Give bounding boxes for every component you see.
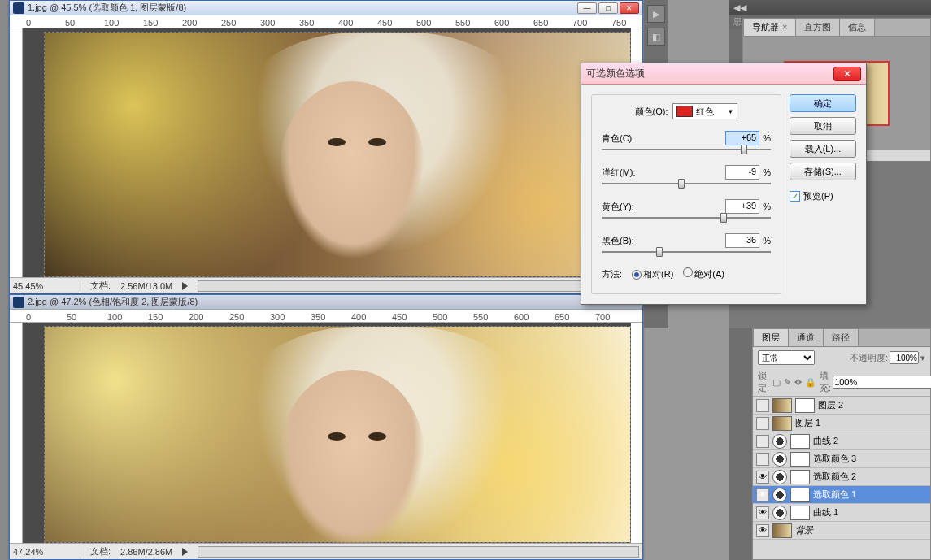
slider-knob[interactable] xyxy=(741,145,747,154)
doc1-titlebar[interactable]: 1.jpg @ 45.5% (选取颜色 1, 图层蒙版/8) — □ ✕ xyxy=(10,1,642,15)
lock-all-icon[interactable]: 🔒 xyxy=(805,377,816,388)
layer-mask-thumbnail xyxy=(790,434,810,449)
blend-mode-select[interactable]: 正常 xyxy=(758,350,815,365)
cancel-button[interactable]: 取消 xyxy=(790,117,856,135)
zoom-field[interactable]: 45.45% xyxy=(13,281,70,291)
tab-channels[interactable]: 通道 xyxy=(788,328,824,346)
visibility-toggle[interactable]: 👁 xyxy=(756,471,769,484)
visibility-toggle[interactable] xyxy=(756,417,769,430)
visibility-toggle[interactable]: 👁 xyxy=(756,488,769,501)
tab-info[interactable]: 信息 xyxy=(839,18,875,36)
visibility-toggle[interactable] xyxy=(756,435,769,448)
slider-value-input[interactable]: +39 xyxy=(725,199,759,214)
lock-transparent-icon[interactable]: ▢ xyxy=(772,377,781,388)
layer-row[interactable]: 👁 曲线 1 xyxy=(753,504,930,522)
layer-row[interactable]: 图层 2 xyxy=(753,397,930,415)
visibility-toggle[interactable]: 👁 xyxy=(756,506,769,519)
panel-icon[interactable]: ▶ xyxy=(647,5,665,23)
percent-label: % xyxy=(763,236,771,245)
tab-layers[interactable]: 图层 xyxy=(753,328,789,346)
panel-icon[interactable]: ◧ xyxy=(647,28,665,46)
visibility-toggle[interactable] xyxy=(756,399,769,412)
photo-eye xyxy=(368,432,386,441)
doc2-titlebar[interactable]: 2.jpg @ 47.2% (色相/饱和度 2, 图层蒙版/8) xyxy=(10,295,642,310)
lock-position-icon[interactable]: ✥ xyxy=(794,377,802,388)
slider-knob[interactable] xyxy=(678,179,685,189)
minimize-button[interactable]: — xyxy=(577,2,597,14)
layer-row[interactable]: 选取颜色 3 xyxy=(753,450,930,468)
layer-mask-thumbnail xyxy=(790,488,810,502)
doc1-statusbar: 45.45% 文档: 2.56M/13.0M xyxy=(10,277,642,293)
layer-list[interactable]: 图层 2 图层 1 曲线 2 选取颜色 3 👁 选取颜色 2 👁 选取颜色 1 … xyxy=(753,397,930,540)
play-icon[interactable] xyxy=(182,548,188,556)
slider-value-input[interactable]: -36 xyxy=(725,233,759,248)
layer-row[interactable]: 👁 背景 xyxy=(753,522,930,540)
layer-row[interactable]: 👁 选取颜色 2 xyxy=(753,468,930,486)
slider-track[interactable] xyxy=(602,149,771,150)
slider-row: 黑色(B): -36 % xyxy=(602,233,771,253)
adjustment-layer-icon xyxy=(772,488,787,502)
expand-arrows-icon[interactable]: ◀◀ xyxy=(733,2,746,13)
save-button[interactable]: 存储(S)... xyxy=(790,163,856,180)
visibility-toggle[interactable]: 👁 xyxy=(756,524,769,537)
maximize-button[interactable]: □ xyxy=(598,2,618,14)
percent-label: % xyxy=(763,133,771,143)
horizontal-scrollbar[interactable] xyxy=(198,546,639,558)
checkbox-icon: ✓ xyxy=(790,191,800,202)
slider-track[interactable] xyxy=(602,183,771,184)
percent-label: % xyxy=(763,202,771,211)
layer-name: 选取颜色 2 xyxy=(813,471,927,483)
photo-eye xyxy=(328,138,346,146)
dialog-titlebar[interactable]: 可选颜色选项 ✕ xyxy=(581,63,866,85)
color-dropdown[interactable]: 红色 ▼ xyxy=(672,103,737,119)
close-button[interactable]: ✕ xyxy=(620,2,639,14)
slider-value-input[interactable]: -9 xyxy=(725,165,759,180)
slider-value-input[interactable]: +65 xyxy=(725,131,759,145)
zoom-field[interactable]: 47.24% xyxy=(13,547,70,557)
tab-navigator[interactable]: 导航器× xyxy=(743,18,796,36)
slider-knob[interactable] xyxy=(720,213,727,223)
horizontal-ruler: 0501001502002503003504004505005506006507… xyxy=(10,310,642,323)
fill-input[interactable] xyxy=(833,376,931,389)
slider-knob[interactable] xyxy=(656,247,663,257)
load-button[interactable]: 载入(L)... xyxy=(790,140,856,158)
slider-track[interactable] xyxy=(602,217,771,219)
horizontal-scrollbar[interactable] xyxy=(198,280,639,292)
layer-name: 选取颜色 3 xyxy=(813,453,927,465)
layer-row[interactable]: 曲线 2 xyxy=(753,432,930,450)
adjustment-layer-icon xyxy=(772,506,787,520)
percent-label: % xyxy=(763,167,771,177)
vertical-ruler xyxy=(10,323,23,543)
layer-name: 背景 xyxy=(795,524,927,536)
lock-pixels-icon[interactable]: ✎ xyxy=(784,377,791,388)
slider-label: 黑色(B): xyxy=(602,235,725,247)
doc2-canvas[interactable] xyxy=(23,323,631,543)
layer-row[interactable]: 👁 选取颜色 1 xyxy=(753,486,930,504)
doc1-title: 1.jpg @ 45.5% (选取颜色 1, 图层蒙版/8) xyxy=(28,2,577,14)
visibility-toggle[interactable] xyxy=(756,453,769,466)
color-swatch-icon xyxy=(676,106,693,117)
doc-info: 2.56M/13.0M xyxy=(120,281,172,291)
dialog-title: 可选颜色选项 xyxy=(586,67,833,80)
ok-button[interactable]: 确定 xyxy=(790,94,856,112)
tab-close-icon[interactable]: × xyxy=(782,22,787,32)
doc1-canvas[interactable] xyxy=(23,28,631,277)
adjustment-layer-icon xyxy=(772,452,787,467)
play-icon[interactable] xyxy=(182,282,188,290)
layer-mask-thumbnail xyxy=(795,398,815,413)
doc-label: 文档: xyxy=(90,545,111,558)
layer-row[interactable]: 图层 1 xyxy=(753,415,930,432)
opacity-input[interactable] xyxy=(890,351,919,364)
preview-checkbox[interactable]: ✓ 预览(P) xyxy=(790,190,856,202)
tab-histogram[interactable]: 直方图 xyxy=(795,18,840,36)
method-relative-radio[interactable]: 相对(R) xyxy=(632,268,673,280)
chevron-down-icon[interactable]: ▾ xyxy=(920,353,925,363)
slider-row: 黄色(Y): +39 % xyxy=(602,199,771,219)
ps-icon xyxy=(13,2,24,14)
slider-track[interactable] xyxy=(602,251,771,253)
method-absolute-radio[interactable]: 绝对(A) xyxy=(683,267,724,280)
tab-paths[interactable]: 路径 xyxy=(823,328,859,346)
doc2-title: 2.jpg @ 47.2% (色相/饱和度 2, 图层蒙版/8) xyxy=(28,296,639,308)
dialog-close-button[interactable]: ✕ xyxy=(833,67,861,81)
layer-name: 曲线 1 xyxy=(813,506,927,519)
